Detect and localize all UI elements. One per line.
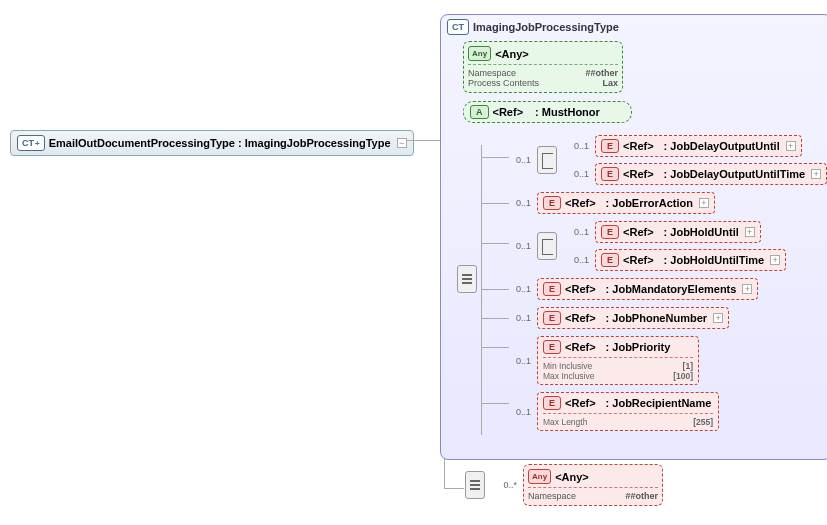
element-jobphonenumber[interactable]: E <Ref> : JobPhoneNumber +: [537, 307, 729, 329]
occurrence: 0..1: [507, 284, 531, 294]
ct-icon: CT+: [17, 135, 45, 151]
occurrence: 0..1: [565, 169, 589, 179]
schema-diagram: CT+ EmailOutDocumentProcessingType : Ima…: [10, 10, 817, 515]
expand-icon[interactable]: +: [742, 284, 752, 294]
expand-icon[interactable]: +: [745, 227, 755, 237]
connector: [444, 488, 464, 489]
occurrence: 0..1: [565, 255, 589, 265]
bottom-sequence: 0..* Any <Any> Namespace##other: [465, 464, 663, 506]
sequence-icon: [465, 471, 485, 499]
choice-icon: [537, 232, 557, 260]
element-jobdelayoutputuntil[interactable]: E <Ref> : JobDelayOutputUntil +: [595, 135, 802, 157]
occurrence: 0..1: [507, 407, 531, 417]
occurrence: 0..*: [493, 480, 517, 490]
expand-icon[interactable]: +: [811, 169, 821, 179]
e-icon: E: [543, 340, 561, 354]
any-wildcard-top[interactable]: Any <Any> Namespace##other Process Conte…: [463, 41, 623, 93]
sequence-icon: [457, 265, 477, 293]
element-jobholduntiltime[interactable]: E <Ref> : JobHoldUntilTime +: [595, 249, 786, 271]
any-wildcard-bottom[interactable]: Any <Any> Namespace##other: [523, 464, 663, 506]
expand-icon[interactable]: +: [713, 313, 723, 323]
container-title: CT ImagingJobProcessingType: [447, 19, 827, 35]
e-icon: E: [601, 139, 619, 153]
any-icon: Any: [528, 469, 551, 484]
connector: [406, 140, 444, 141]
occurrence: 0..1: [507, 155, 531, 165]
occurrence: 0..1: [507, 198, 531, 208]
expand-icon[interactable]: +: [786, 141, 796, 151]
element-joberroraction[interactable]: E <Ref> : JobErrorAction +: [537, 192, 715, 214]
e-icon: E: [543, 396, 561, 410]
element-jobpriority[interactable]: E <Ref> : JobPriority Min Inclusive[1] M…: [537, 336, 699, 385]
occurrence: 0..1: [507, 313, 531, 323]
occurrence: 0..1: [507, 241, 531, 251]
element-jobholduntil[interactable]: E <Ref> : JobHoldUntil +: [595, 221, 761, 243]
occurrence: 0..1: [565, 227, 589, 237]
element-sequence: 0..1 0..1 E <Ref> : JobDelayOutputUntil …: [481, 135, 827, 438]
e-icon: E: [543, 311, 561, 325]
expand-icon[interactable]: +: [770, 255, 780, 265]
occurrence: 0..1: [507, 356, 531, 366]
attribute-musthonor[interactable]: A <Ref> : MustHonor: [463, 101, 632, 123]
choice-icon: [537, 146, 557, 174]
e-icon: E: [543, 196, 561, 210]
element-jobdelayoutputuntiltime[interactable]: E <Ref> : JobDelayOutputUntilTime +: [595, 163, 827, 185]
element-jobrecipientname[interactable]: E <Ref> : JobRecipientName Max Length[25…: [537, 392, 719, 431]
root-type-node[interactable]: CT+ EmailOutDocumentProcessingType : Ima…: [10, 130, 414, 156]
ct-icon: CT: [447, 19, 469, 35]
e-icon: E: [601, 225, 619, 239]
a-icon: A: [470, 105, 489, 119]
e-icon: E: [543, 282, 561, 296]
e-icon: E: [601, 167, 619, 181]
e-icon: E: [601, 253, 619, 267]
element-jobmandatoryelements[interactable]: E <Ref> : JobMandatoryElements +: [537, 278, 758, 300]
root-label: EmailOutDocumentProcessingType : Imaging…: [49, 137, 391, 149]
imaging-job-type-container: CT ImagingJobProcessingType Any <Any> Na…: [440, 14, 827, 460]
any-icon: Any: [468, 46, 491, 61]
expand-icon[interactable]: +: [699, 198, 709, 208]
occurrence: 0..1: [565, 141, 589, 151]
